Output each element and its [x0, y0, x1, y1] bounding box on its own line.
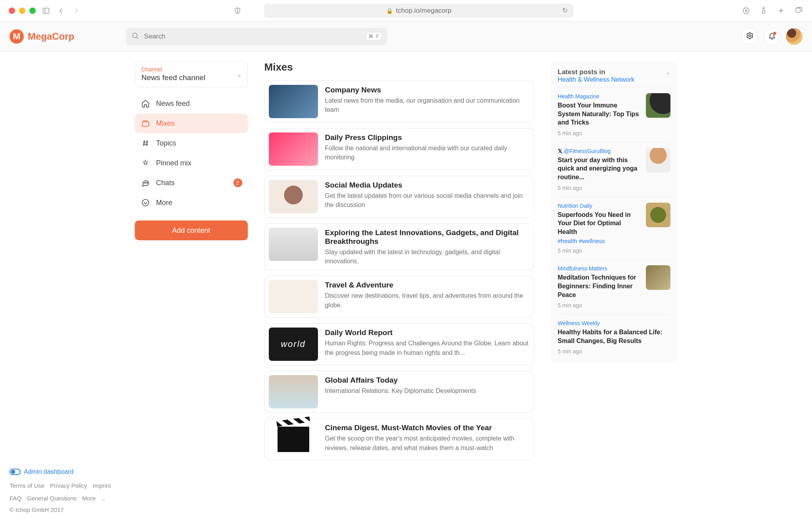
mix-desc: Follow the national and international me…: [325, 144, 529, 162]
post-source: Nutrition Daily: [558, 203, 641, 209]
mix-title: Exploring the Latest Innovations, Gadget…: [325, 228, 529, 246]
sidebar-item-more[interactable]: More: [135, 193, 248, 213]
close-window-icon[interactable]: [9, 8, 15, 14]
shield-icon[interactable]: [233, 6, 242, 15]
sidebar-item-pinned-mix[interactable]: Pinned mix: [135, 153, 248, 173]
footer-link[interactable]: General Questions: [27, 494, 77, 503]
nav-forward-icon: [71, 6, 81, 15]
more-icon: [141, 198, 150, 207]
sidebar-item-label: Chats: [156, 179, 175, 187]
sidebar-item-topics[interactable]: Topics: [135, 133, 248, 153]
mix-card[interactable]: Cinema Digest. Must-Watch Movies of the …: [264, 418, 534, 460]
footer-link[interactable]: Terms of Use: [10, 481, 44, 491]
post-item[interactable]: 𝕏 @FitnessGuruBlog Start your day with t…: [558, 142, 670, 197]
home-icon: [141, 99, 150, 108]
maximize-window-icon[interactable]: [29, 8, 36, 14]
mix-title: Daily World Report: [325, 328, 529, 337]
mix-desc: Latest news from the media, our organisa…: [325, 96, 529, 114]
gear-icon: [746, 32, 754, 41]
x-icon: 𝕏: [558, 148, 562, 154]
sidebar-item-news-feed[interactable]: News feed: [135, 94, 248, 113]
post-title: Start your day with this quick and energ…: [558, 156, 641, 182]
svg-line-9: [137, 37, 138, 38]
chat-icon: [141, 178, 150, 187]
search-input[interactable]: [143, 32, 362, 41]
new-tab-icon[interactable]: [776, 6, 786, 15]
svg-rect-11: [142, 122, 149, 126]
notification-dot-icon: [773, 32, 776, 35]
post-item[interactable]: Nutrition Daily Superfoods You Need in Y…: [558, 197, 670, 260]
user-avatar[interactable]: [786, 28, 802, 45]
add-content-button[interactable]: Add content: [135, 220, 248, 240]
chevron-down-icon: ⌄: [101, 494, 106, 503]
mix-title: Cinema Digest. Must-Watch Movies of the …: [325, 423, 529, 432]
footer-link[interactable]: Privacy Policy: [50, 481, 87, 491]
panel-heading: Latest posts in: [558, 68, 635, 76]
sidebar-item-label: Mixes: [156, 119, 175, 128]
notifications-button[interactable]: [764, 28, 780, 45]
sidebar-item-label: More: [156, 199, 172, 207]
mix-card[interactable]: Company News Latest news from the media,…: [264, 80, 534, 123]
mix-card[interactable]: Daily Press Clippings Follow the nationa…: [264, 128, 534, 170]
sidebar-toggle-icon[interactable]: [41, 6, 51, 15]
clapboard-icon: [278, 427, 309, 452]
chevron-down-icon[interactable]: ⌄: [665, 68, 670, 76]
channel-value: News feed channel: [142, 73, 241, 82]
mix-desc: International Relations: Key Diplomatic …: [325, 386, 477, 395]
tab-overview-icon[interactable]: [794, 6, 803, 15]
svg-point-17: [144, 182, 145, 183]
post-source: Health Magazine: [558, 93, 641, 100]
mix-card[interactable]: world Daily World Report Human Rights: P…: [264, 323, 534, 365]
post-source: Mindfulness Matters: [558, 265, 641, 272]
main-content: Mixes Company News Latest news from the …: [264, 61, 534, 466]
mix-title: Travel & Adventure: [325, 281, 529, 289]
footer-link[interactable]: FAQ: [10, 494, 21, 503]
reload-icon[interactable]: ↻: [562, 6, 568, 15]
mixes-icon: [141, 119, 150, 128]
channel-label: Channel: [142, 66, 241, 73]
mix-card[interactable]: Social Media Updates Get the latest upda…: [264, 176, 534, 218]
chevron-down-icon: ⌄: [237, 71, 242, 78]
search-bar[interactable]: ⌘F: [126, 28, 387, 45]
svg-rect-0: [43, 8, 49, 13]
post-item[interactable]: Health Magazine Boost Your Immune System…: [558, 87, 670, 142]
share-icon[interactable]: [759, 6, 768, 15]
search-icon: [131, 32, 139, 41]
minimize-window-icon[interactable]: [19, 8, 25, 14]
nav-back-icon[interactable]: [56, 6, 66, 15]
mix-title: Social Media Updates: [325, 181, 529, 190]
svg-rect-7: [796, 8, 800, 12]
footer-link[interactable]: More: [82, 494, 96, 503]
panel-subheading[interactable]: Health & Wellness Network: [558, 76, 635, 83]
channel-selector[interactable]: Channel News feed channel ⌄: [135, 61, 248, 87]
admin-dashboard-link[interactable]: Admin dashboard: [10, 468, 123, 475]
svg-line-15: [144, 140, 144, 146]
traffic-lights: [9, 8, 36, 14]
mix-title: Daily Press Clippings: [325, 133, 529, 142]
downloads-icon[interactable]: [741, 6, 751, 15]
post-source: Wellness Weekly: [558, 320, 670, 326]
mix-card[interactable]: Global Affairs Today International Relat…: [264, 371, 534, 413]
post-time: 5 min ago: [558, 185, 641, 191]
settings-button[interactable]: [741, 28, 758, 45]
latest-posts-panel: Latest posts in Health & Wellness Networ…: [551, 61, 678, 363]
post-tags[interactable]: #health #wellness: [558, 238, 641, 244]
svg-point-19: [147, 182, 147, 183]
sidebar: Channel News feed channel ⌄ News feed Mi…: [135, 61, 248, 466]
sidebar-item-mixes[interactable]: Mixes: [135, 113, 248, 133]
sidebar-item-label: Topics: [156, 139, 176, 148]
mix-desc: Get the latest updates from our various …: [325, 191, 529, 209]
svg-point-10: [749, 34, 751, 36]
footer-link[interactable]: Imprint: [93, 481, 111, 491]
hash-icon: [141, 139, 150, 148]
post-item[interactable]: Wellness Weekly Healthy Habits for a Bal…: [558, 314, 670, 360]
mix-card[interactable]: Travel & Adventure Discover new destinat…: [264, 276, 534, 318]
brand[interactable]: M MegaCorp: [10, 29, 74, 44]
mix-card[interactable]: Exploring the Latest Innovations, Gadget…: [264, 223, 534, 270]
mix-thumbnail: [269, 85, 318, 118]
copyright: © tchop GmbH 2017: [10, 506, 123, 513]
post-item[interactable]: Mindfulness Matters Meditation Technique…: [558, 259, 670, 314]
sidebar-item-chats[interactable]: Chats 2: [135, 173, 248, 193]
post-thumbnail: [646, 148, 670, 172]
address-bar[interactable]: 🔒 tchop.io/megacorp ↻: [264, 4, 573, 18]
